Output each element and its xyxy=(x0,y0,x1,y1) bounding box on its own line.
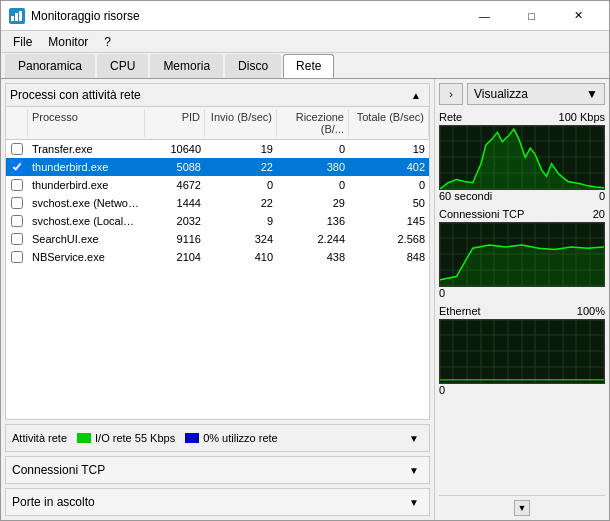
row-send: 19 xyxy=(205,141,277,157)
row-pid: 2032 xyxy=(145,213,205,229)
row-checkbox[interactable] xyxy=(11,215,23,227)
svg-rect-3 xyxy=(19,11,22,21)
row-send: 410 xyxy=(205,249,277,265)
process-section-header[interactable]: Processi con attività rete ▲ xyxy=(6,84,429,107)
chart-rete-area xyxy=(439,125,605,190)
col-total[interactable]: Totale (B/sec) xyxy=(349,109,429,137)
row-pid: 9116 xyxy=(145,231,205,247)
table-row[interactable]: SearchUI.exe 9116 324 2.244 2.568 xyxy=(6,230,429,248)
tab-cpu[interactable]: CPU xyxy=(97,54,148,78)
row-checkbox-cell[interactable] xyxy=(6,231,28,247)
row-receive: 438 xyxy=(277,249,349,265)
tcp-section-chevron[interactable]: ▼ xyxy=(405,461,423,479)
chart-rete-unit: 100 Kbps xyxy=(559,111,605,123)
table-header: Processo PID Invio (B/sec) Ricezione (B/… xyxy=(6,107,429,140)
table-row[interactable]: svchost.exe (LocalServiceAndN... 2032 9 … xyxy=(6,212,429,230)
chart-ethernet-zero: 0 xyxy=(439,384,445,396)
row-total: 848 xyxy=(349,249,429,265)
row-receive: 136 xyxy=(277,213,349,229)
canvas-rete xyxy=(440,126,604,189)
right-scroll-area[interactable]: ▼ xyxy=(439,495,605,516)
row-checkbox[interactable] xyxy=(11,233,23,245)
row-pid: 10640 xyxy=(145,141,205,157)
row-checkbox-cell[interactable] xyxy=(6,177,28,193)
table-row[interactable]: thunderbird.exe 4672 0 0 0 xyxy=(6,176,429,194)
col-process[interactable]: Processo xyxy=(28,109,145,137)
row-receive: 0 xyxy=(277,141,349,157)
row-checkbox[interactable] xyxy=(11,143,23,155)
process-section: Processi con attività rete ▲ Processo PI… xyxy=(5,83,430,420)
row-checkbox-cell[interactable] xyxy=(6,159,28,175)
row-pid: 2104 xyxy=(145,249,205,265)
row-checkbox-cell[interactable] xyxy=(6,213,28,229)
title-bar-left: Monitoraggio risorse xyxy=(9,8,140,24)
row-checkbox[interactable] xyxy=(11,251,23,263)
legend-util-label: 0% utilizzo rete xyxy=(203,432,278,444)
chart-ethernet-label: Ethernet xyxy=(439,305,481,317)
row-process-name: Transfer.exe xyxy=(28,141,145,157)
close-button[interactable]: ✕ xyxy=(556,6,601,26)
view-button[interactable]: Visualizza ▼ xyxy=(467,83,605,105)
chart-rete: Rete 100 Kbps 60 secondi 0 xyxy=(439,111,605,202)
row-checkbox[interactable] xyxy=(11,161,23,173)
row-process-name: SearchUI.exe xyxy=(28,231,145,247)
left-panel: Processi con attività rete ▲ Processo PI… xyxy=(1,79,434,520)
tab-memoria[interactable]: Memoria xyxy=(150,54,223,78)
chart-ethernet-unit: 100% xyxy=(577,305,605,317)
table-row[interactable]: NBService.exe 2104 410 438 848 xyxy=(6,248,429,266)
title-controls: — □ ✕ xyxy=(462,6,601,26)
row-checkbox-cell[interactable] xyxy=(6,195,28,211)
tcp-section-header[interactable]: Connessioni TCP ▼ xyxy=(6,457,429,483)
menu-file[interactable]: File xyxy=(5,33,40,51)
process-table-scroll[interactable]: Processo PID Invio (B/sec) Ricezione (B/… xyxy=(6,107,429,419)
chart-rete-zero: 0 xyxy=(599,190,605,202)
expand-button[interactable]: › xyxy=(439,83,463,105)
process-section-title: Processi con attività rete xyxy=(10,88,141,102)
ports-section-chevron[interactable]: ▼ xyxy=(405,493,423,511)
chart-ethernet-header: Ethernet 100% xyxy=(439,305,605,317)
row-receive: 380 xyxy=(277,159,349,175)
row-send: 22 xyxy=(205,159,277,175)
minimize-button[interactable]: — xyxy=(462,6,507,26)
legend-io-color xyxy=(77,433,91,443)
process-section-chevron[interactable]: ▲ xyxy=(407,86,425,104)
chart-ethernet: Ethernet 100% 0 xyxy=(439,305,605,396)
legend-io: I/O rete 55 Kbps xyxy=(77,432,175,444)
svg-rect-2 xyxy=(15,13,18,21)
col-check xyxy=(6,109,28,137)
legend-io-label: I/O rete 55 Kbps xyxy=(95,432,175,444)
menu-bar: File Monitor ? xyxy=(1,31,609,53)
row-pid: 1444 xyxy=(145,195,205,211)
menu-monitor[interactable]: Monitor xyxy=(40,33,96,51)
row-send: 0 xyxy=(205,177,277,193)
chart-ethernet-area xyxy=(439,319,605,384)
col-send[interactable]: Invio (B/sec) xyxy=(205,109,277,137)
row-process-name: thunderbird.exe xyxy=(28,177,145,193)
table-row[interactable]: Transfer.exe 10640 19 0 19 xyxy=(6,140,429,158)
col-pid[interactable]: PID xyxy=(145,109,205,137)
right-scroll-down[interactable]: ▼ xyxy=(514,500,530,516)
network-activity-bar: Attività rete I/O rete 55 Kbps 0% utiliz… xyxy=(5,424,430,452)
row-checkbox[interactable] xyxy=(11,179,23,191)
network-activity-chevron[interactable]: ▼ xyxy=(405,429,423,447)
chart-rete-duration: 60 secondi xyxy=(439,190,492,202)
maximize-button[interactable]: □ xyxy=(509,6,554,26)
tab-rete[interactable]: Rete xyxy=(283,54,334,78)
ports-section-title: Porte in ascolto xyxy=(12,495,95,509)
legend-util-color xyxy=(185,433,199,443)
col-receive[interactable]: Ricezione (B/... xyxy=(277,109,349,137)
row-pid: 4672 xyxy=(145,177,205,193)
tab-bar: Panoramica CPU Memoria Disco Rete xyxy=(1,53,609,79)
table-row[interactable]: svchost.exe (NetworkService - p) 1444 22… xyxy=(6,194,429,212)
main-window: Monitoraggio risorse — □ ✕ File Monitor … xyxy=(0,0,610,521)
ports-section-header[interactable]: Porte in ascolto ▼ xyxy=(6,489,429,515)
tab-disco[interactable]: Disco xyxy=(225,54,281,78)
tab-panoramica[interactable]: Panoramica xyxy=(5,54,95,78)
row-total: 0 xyxy=(349,177,429,193)
menu-help[interactable]: ? xyxy=(96,33,119,51)
row-checkbox[interactable] xyxy=(11,197,23,209)
row-checkbox-cell[interactable] xyxy=(6,249,28,265)
table-row[interactable]: thunderbird.exe 5088 22 380 402 xyxy=(6,158,429,176)
row-checkbox-cell[interactable] xyxy=(6,141,28,157)
chart-ethernet-bottom: 0 xyxy=(439,384,605,396)
